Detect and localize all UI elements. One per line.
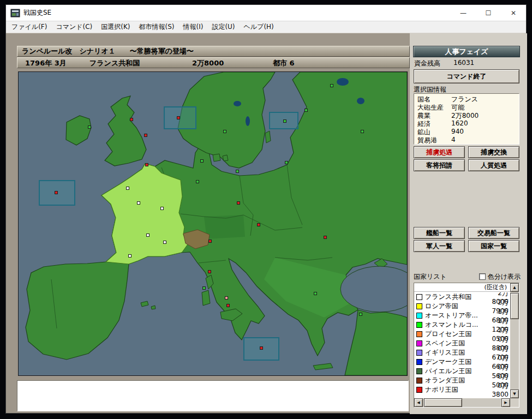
nation-color-swatch bbox=[416, 340, 422, 346]
city-marker[interactable] bbox=[330, 84, 333, 87]
city-marker[interactable] bbox=[361, 130, 364, 133]
minimize-button[interactable]: — bbox=[451, 5, 476, 21]
map-overlay bbox=[19, 72, 407, 375]
prisoner-treatment-button[interactable]: 捕虜処遇 bbox=[414, 146, 465, 158]
city-marker[interactable] bbox=[137, 201, 140, 205]
scroll-right-icon[interactable]: ▶ bbox=[501, 398, 510, 407]
country-info-panel: 国名フランス大砲生産可能農業2万8000経済1620鉱山940貿易港4 bbox=[414, 93, 519, 145]
info-label: 農業 bbox=[417, 111, 451, 119]
menu-item-city-info[interactable]: 都市情報(S) bbox=[135, 21, 179, 33]
close-button[interactable]: ✕ bbox=[501, 5, 526, 21]
city-marker[interactable] bbox=[177, 116, 180, 119]
nation-name: デンマーク王国 bbox=[425, 357, 482, 367]
menu-item-file[interactable]: ファイル(F) bbox=[7, 21, 51, 33]
city-marker[interactable] bbox=[283, 119, 286, 123]
city-marker[interactable] bbox=[144, 134, 147, 137]
info-row: 農業2万8000 bbox=[417, 111, 519, 119]
info-value: フランス bbox=[451, 95, 478, 103]
scroll-down-icon[interactable]: ▼ bbox=[510, 390, 519, 398]
city-marker[interactable] bbox=[55, 191, 58, 194]
city-marker[interactable] bbox=[237, 201, 240, 205]
menu-item-help[interactable]: ヘルプ(H) bbox=[240, 21, 278, 33]
trade-ship-list-button[interactable]: 交易船一覧 bbox=[468, 227, 519, 239]
city-marker[interactable] bbox=[196, 180, 199, 183]
nation-row[interactable]: ナポリ王国0万3800 bbox=[414, 385, 510, 394]
app-window: 戦国史SE — ☐ ✕ ファイル(F)コマンド(C)国選択(K)都市情報(S)情… bbox=[5, 4, 527, 414]
city-marker[interactable] bbox=[314, 292, 317, 295]
scroll-up-icon[interactable]: ▲ bbox=[510, 283, 519, 292]
nation-value: 0万3800 bbox=[482, 381, 510, 398]
prisoner-exchange-button[interactable]: 捕虜交換 bbox=[468, 146, 519, 158]
message-area[interactable] bbox=[17, 380, 409, 411]
info-label: 鉱山 bbox=[417, 128, 451, 136]
color-coding-label: 色分け表示 bbox=[488, 272, 521, 282]
city-marker[interactable] bbox=[226, 304, 230, 307]
map-viewport[interactable] bbox=[18, 71, 408, 376]
horizontal-scroll-thumb[interactable] bbox=[424, 398, 462, 407]
nation-color-swatch bbox=[416, 331, 422, 337]
city-marker[interactable] bbox=[236, 170, 239, 173]
info-label: 経済 bbox=[417, 119, 451, 128]
status-agri: 2万8000 bbox=[192, 58, 224, 68]
status-date: 1796年 3月 bbox=[25, 58, 67, 68]
phase-header: 人事フェイズ bbox=[413, 46, 520, 57]
nation-color-swatch bbox=[416, 313, 422, 319]
maximize-button[interactable]: ☐ bbox=[476, 5, 501, 21]
city-marker[interactable] bbox=[208, 270, 211, 273]
city-marker[interactable] bbox=[324, 236, 327, 239]
city-marker[interactable] bbox=[163, 241, 166, 244]
status-cities: 都市 6 bbox=[273, 58, 295, 68]
scrollbar-corner bbox=[510, 398, 519, 407]
city-marker[interactable] bbox=[88, 125, 91, 129]
nation-color-swatch bbox=[416, 303, 422, 309]
city-marker[interactable] bbox=[225, 296, 228, 300]
vertical-scroll-thumb[interactable] bbox=[510, 293, 519, 319]
title-bar[interactable]: 戦国史SE — ☐ ✕ bbox=[6, 5, 526, 21]
fleet-selection-box[interactable] bbox=[164, 106, 196, 129]
status-bar: 1796年 3月 フランス共和国 2万8000 都市 6 bbox=[17, 57, 410, 68]
funds-row: 資金残高 16031 bbox=[414, 59, 520, 69]
city-marker[interactable] bbox=[257, 223, 260, 226]
city-marker[interactable] bbox=[128, 254, 131, 258]
nation-name: バイエルン王国 bbox=[425, 367, 482, 376]
warship-list-button[interactable]: 艦船一覧 bbox=[414, 227, 465, 239]
nation-list-column-note: (臣従含) bbox=[414, 283, 510, 292]
status-country: フランス共和国 bbox=[89, 58, 140, 68]
city-marker[interactable] bbox=[208, 240, 212, 243]
city-marker[interactable] bbox=[126, 187, 129, 190]
scroll-left-icon[interactable]: ◀ bbox=[414, 398, 423, 407]
info-value: 4 bbox=[451, 136, 456, 144]
city-marker[interactable] bbox=[223, 130, 226, 133]
city-marker[interactable] bbox=[145, 163, 148, 166]
color-coding-checkbox[interactable] bbox=[479, 273, 486, 280]
nation-name: フランス共和国 bbox=[425, 292, 482, 302]
vertical-scrollbar[interactable]: ▲ ▼ bbox=[510, 283, 519, 398]
nation-name: オスマントルコ... bbox=[425, 320, 482, 330]
info-row: 経済1620 bbox=[417, 119, 519, 128]
city-marker[interactable] bbox=[202, 286, 206, 290]
city-marker[interactable] bbox=[160, 207, 164, 210]
menu-item-command[interactable]: コマンド(C) bbox=[51, 21, 97, 33]
menu-item-country-select[interactable]: 国選択(K) bbox=[97, 21, 134, 33]
city-marker[interactable] bbox=[304, 109, 308, 112]
list-button-grid: 艦船一覧交易船一覧軍人一覧国家一覧 bbox=[414, 227, 519, 252]
hostage-treatment-button[interactable]: 人質処遇 bbox=[468, 159, 519, 171]
guest-general-invite-button[interactable]: 客将招請 bbox=[414, 159, 465, 171]
nation-color-swatch bbox=[416, 322, 422, 328]
city-marker[interactable] bbox=[359, 313, 362, 316]
menu-item-info[interactable]: 情報(I) bbox=[178, 21, 207, 33]
menu-item-settings[interactable]: 設定(U) bbox=[207, 21, 239, 33]
nation-list-button[interactable]: 国家一覧 bbox=[468, 240, 519, 252]
desktop: 戦国史SE — ☐ ✕ ファイル(F)コマンド(C)国選択(K)都市情報(S)情… bbox=[0, 0, 532, 419]
city-marker[interactable] bbox=[285, 161, 288, 164]
city-marker[interactable] bbox=[260, 346, 263, 350]
nation-color-swatch bbox=[416, 294, 422, 300]
city-marker[interactable] bbox=[146, 234, 150, 237]
city-marker[interactable] bbox=[200, 159, 204, 163]
city-marker[interactable] bbox=[130, 118, 133, 121]
officer-list-button[interactable]: 軍人一覧 bbox=[414, 240, 465, 252]
window-title: 戦国史SE bbox=[23, 8, 51, 17]
horizontal-scrollbar[interactable]: ◀ ▶ bbox=[414, 398, 510, 407]
nation-color-swatch bbox=[416, 359, 422, 365]
end-command-button[interactable]: コマンド終了 bbox=[414, 69, 519, 83]
